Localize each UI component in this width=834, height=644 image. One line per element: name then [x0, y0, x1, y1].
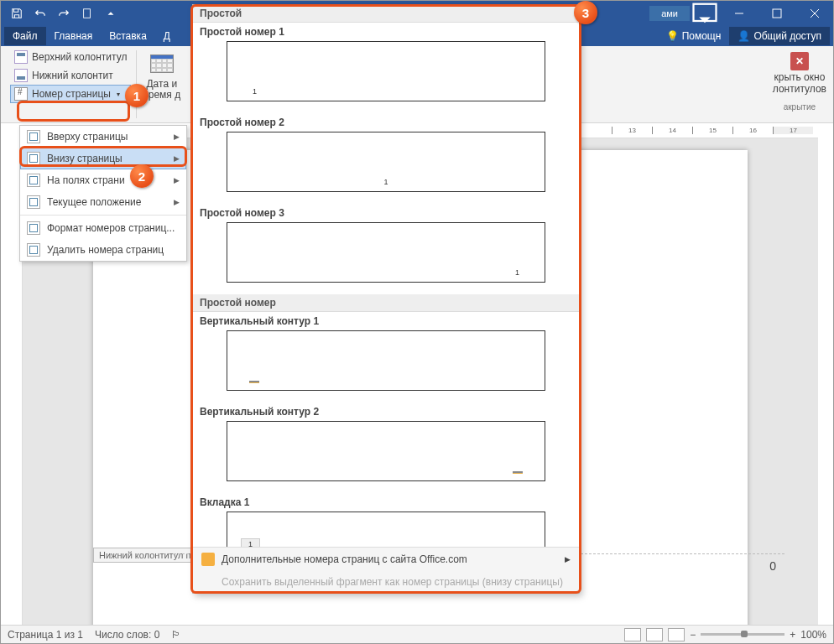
- redo-button[interactable]: [53, 3, 75, 24]
- annotation-callout-2: 2: [130, 164, 154, 188]
- close-label: крыть окнолонтитулов: [773, 72, 826, 96]
- status-language-icon[interactable]: 🏳: [171, 629, 181, 641]
- menu-page-margins[interactable]: На полях страни▶: [20, 169, 186, 191]
- window-controls: [690, 1, 833, 25]
- remove-icon: [27, 243, 40, 257]
- gallery-item-tab1[interactable]: 1: [227, 512, 545, 547]
- tell-me-button[interactable]: 💡Помощн: [658, 27, 730, 45]
- vert-bar-icon: [513, 471, 523, 474]
- annotation-callout-1: 1: [125, 84, 149, 107]
- ribbon-options-button[interactable]: [690, 1, 720, 25]
- gallery-item-simple2[interactable]: 1: [227, 132, 545, 192]
- chevron-right-icon: ▶: [174, 132, 180, 141]
- page-number-button[interactable]: Номер страницы▾: [10, 85, 131, 103]
- footer-tag: Нижний колонтитул п: [93, 548, 196, 563]
- gallery-item-vert1-label: Вертикальный контур 1: [193, 312, 579, 329]
- gallery-item-simple3-label: Простой номер 3: [193, 204, 579, 221]
- statusbar: Страница 1 из 1 Число слов: 0 🏳 − + 100%: [1, 625, 833, 643]
- gallery-item-simple2-label: Простой номер 2: [193, 113, 579, 130]
- page-number-icon: [14, 87, 28, 101]
- share-button[interactable]: 👤Общий доступ: [729, 27, 830, 45]
- header-button[interactable]: Верхний колонтитул: [11, 49, 130, 65]
- gallery-item-vert1[interactable]: [227, 330, 545, 391]
- chevron-right-icon: ▶: [174, 176, 180, 184]
- gallery-item-vert2[interactable]: [227, 421, 545, 481]
- page-margins-icon: [27, 174, 40, 187]
- zoom-level[interactable]: 100%: [800, 629, 826, 641]
- page-number-gallery: Простой Простой номер 1 1 Простой номер …: [192, 4, 580, 594]
- undo-button[interactable]: [29, 3, 51, 24]
- status-page[interactable]: Страница 1 из 1: [8, 629, 83, 641]
- save-button[interactable]: [6, 3, 28, 24]
- menu-remove-page-numbers[interactable]: Удалить номера страниц: [20, 239, 186, 261]
- gallery-category-plain: Простой номер: [193, 294, 579, 312]
- qat-customize-button[interactable]: [100, 3, 122, 24]
- vert-bar-icon: [249, 381, 259, 383]
- tab-partial[interactable]: Д: [155, 27, 179, 45]
- gallery-item-simple1-label: Простой номер 1: [193, 23, 579, 39]
- view-read-button[interactable]: [624, 628, 641, 641]
- tab-insert[interactable]: Вставка: [101, 27, 155, 45]
- page-bottom-icon: [27, 152, 40, 165]
- menu-bottom-of-page[interactable]: Внизу страницы▶: [20, 148, 186, 169]
- gallery-footer: Дополнительные номера страниц с сайта Of…: [193, 547, 579, 593]
- close-group: ✕ крыть окнолонтитулов акрытие: [773, 49, 826, 120]
- menu-top-of-page[interactable]: Вверху страницы▶: [20, 126, 186, 148]
- chevron-right-icon: ▶: [174, 198, 180, 206]
- header-footer-group: Верхний колонтитул Нижний колонтит Номер…: [8, 49, 133, 120]
- zoom-out-button[interactable]: −: [690, 629, 696, 641]
- gallery-item-simple3[interactable]: 1: [227, 222, 545, 283]
- minimize-button[interactable]: [720, 1, 758, 25]
- tab-home[interactable]: Главная: [46, 27, 102, 45]
- maximize-button[interactable]: [758, 1, 795, 25]
- gallery-category-simple: Простой: [193, 5, 579, 23]
- quick-access-toolbar: [1, 3, 127, 24]
- calendar-icon: [150, 55, 174, 73]
- close-button[interactable]: [795, 1, 833, 25]
- annotation-callout-3: 3: [574, 1, 597, 24]
- chevron-right-icon: ▶: [565, 555, 571, 564]
- gallery-item-tab1-label: Вкладка 1: [193, 493, 579, 510]
- zoom-in-button[interactable]: +: [790, 629, 795, 641]
- tab-file[interactable]: Файл: [4, 27, 46, 45]
- gallery-item-simple1[interactable]: 1: [227, 41, 545, 101]
- new-doc-button[interactable]: [76, 3, 98, 24]
- datetime-button[interactable]: [149, 50, 175, 77]
- lightbulb-icon: 💡: [666, 30, 679, 42]
- page-number-field[interactable]: 0: [769, 559, 776, 573]
- status-wordcount[interactable]: Число слов: 0: [95, 629, 159, 641]
- datetime-label: Дата ивремя д: [143, 79, 180, 101]
- datetime-group: Дата ивремя д: [139, 49, 184, 120]
- header-icon: [14, 50, 28, 64]
- gallery-save-selection: Сохранить выделенный фрагмент как номер …: [193, 571, 579, 593]
- share-icon: 👤: [738, 30, 750, 42]
- view-web-button[interactable]: [668, 628, 685, 641]
- current-pos-icon: [27, 195, 40, 209]
- gallery-more-office[interactable]: Дополнительные номера страниц с сайта Of…: [193, 548, 579, 571]
- menu-format-page-numbers[interactable]: Формат номеров страниц...: [20, 217, 186, 239]
- zoom-slider[interactable]: [701, 633, 784, 636]
- footer-icon: [14, 69, 28, 82]
- page-top-icon: [27, 130, 40, 143]
- svg-rect-3: [773, 9, 781, 18]
- menu-current-position[interactable]: Текущее положение▶: [20, 191, 186, 213]
- svg-rect-0: [84, 8, 91, 18]
- gallery-item-vert2-label: Вертикальный контур 2: [193, 402, 579, 419]
- close-header-footer-button[interactable]: ✕: [790, 52, 809, 70]
- view-print-button[interactable]: [646, 628, 663, 641]
- format-icon: [27, 221, 40, 235]
- close-group-label: акрытие: [784, 102, 816, 112]
- chevron-right-icon: ▶: [174, 154, 180, 163]
- contextual-tab-label: ами: [649, 6, 690, 21]
- office-icon: [201, 553, 215, 566]
- footer-button[interactable]: Нижний колонтит: [11, 67, 130, 84]
- page-number-dropdown: Вверху страницы▶ Внизу страницы▶ На поля…: [19, 125, 187, 262]
